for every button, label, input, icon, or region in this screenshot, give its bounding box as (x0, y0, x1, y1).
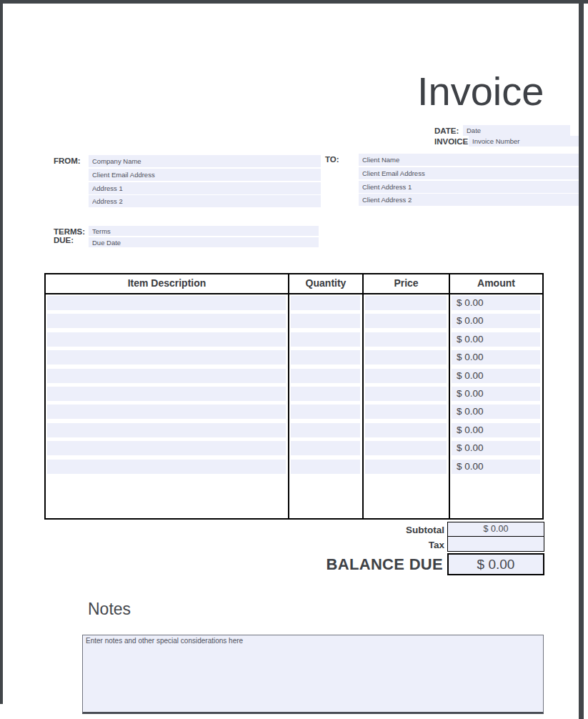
item-row: $ 0.00 (46, 331, 542, 349)
item-description-input[interactable] (47, 369, 286, 383)
price-input[interactable] (365, 296, 447, 310)
page-title: Invoice (417, 71, 544, 112)
invoice-number-input[interactable] (469, 136, 579, 147)
invoice-number-label: INVOICE (434, 137, 468, 146)
price-input[interactable] (365, 332, 447, 347)
price-input[interactable] (365, 387, 447, 401)
from-company-name-input[interactable] (89, 155, 321, 167)
amount-value: $ 0.00 (452, 296, 540, 310)
item-description-input[interactable] (47, 314, 286, 328)
notes-textarea[interactable] (82, 635, 544, 714)
col-header-amount: Amount (449, 274, 542, 293)
price-input[interactable] (365, 314, 447, 328)
item-description-input[interactable] (47, 423, 286, 437)
quantity-input[interactable] (291, 296, 360, 310)
price-input[interactable] (365, 441, 447, 455)
item-row: $ 0.00 (46, 440, 542, 457)
terms-label: TERMS: (54, 227, 85, 236)
subtotal-label: Subtotal (286, 525, 444, 535)
price-input[interactable] (365, 423, 447, 437)
page-border-top (0, 0, 588, 4)
from-address1-input[interactable] (89, 182, 321, 194)
from-label: FROM: (54, 157, 81, 165)
price-input[interactable] (365, 350, 447, 365)
terms-input[interactable] (89, 226, 319, 236)
item-row: $ 0.00 (46, 458, 542, 476)
item-description-input[interactable] (47, 387, 286, 401)
from-email-input[interactable] (89, 169, 321, 181)
item-description-input[interactable] (47, 332, 286, 347)
item-description-input[interactable] (47, 405, 286, 419)
page-border-right (579, 4, 584, 719)
to-email-input[interactable] (359, 167, 579, 179)
from-address2-input[interactable] (89, 195, 321, 207)
price-input[interactable] (365, 405, 447, 419)
price-input[interactable] (365, 460, 447, 474)
quantity-input[interactable] (291, 405, 360, 419)
notes-heading: Notes (88, 600, 131, 619)
amount-value: $ 0.00 (452, 460, 540, 474)
item-row: $ 0.00 (46, 385, 542, 403)
date-input[interactable] (463, 125, 570, 136)
col-header-quantity: Quantity (288, 274, 362, 293)
item-description-input[interactable] (47, 441, 286, 455)
amount-value: $ 0.00 (452, 369, 540, 383)
amount-value: $ 0.00 (452, 332, 540, 347)
item-row: $ 0.00 (46, 349, 542, 367)
quantity-input[interactable] (291, 350, 360, 365)
quantity-input[interactable] (291, 314, 360, 328)
tax-label: Tax (286, 540, 444, 550)
to-label: TO: (325, 155, 339, 164)
quantity-input[interactable] (291, 460, 360, 474)
amount-value: $ 0.00 (452, 387, 540, 401)
item-row: $ 0.00 (46, 403, 542, 421)
to-client-name-input[interactable] (359, 154, 579, 166)
amount-value: $ 0.00 (452, 441, 540, 455)
quantity-input[interactable] (291, 369, 360, 383)
amount-value: $ 0.00 (452, 350, 540, 365)
col-header-item-description: Item Description (46, 274, 288, 293)
quantity-input[interactable] (291, 441, 360, 455)
item-row: $ 0.00 (46, 294, 542, 312)
item-description-input[interactable] (47, 460, 286, 474)
amount-value: $ 0.00 (452, 423, 540, 437)
items-table-header: Item Description Quantity Price Amount (46, 274, 542, 294)
to-address1-input[interactable] (359, 181, 579, 193)
due-label: DUE: (54, 236, 74, 244)
item-row: $ 0.00 (46, 422, 542, 440)
item-description-input[interactable] (47, 350, 286, 365)
due-date-input[interactable] (89, 237, 319, 247)
item-row: $ 0.00 (46, 312, 542, 330)
col-header-price: Price (362, 274, 449, 293)
balance-due-value: $ 0.00 (447, 553, 544, 575)
item-row-empty-space (46, 476, 542, 518)
item-row: $ 0.00 (46, 367, 542, 385)
subtotal-value: $ 0.00 (447, 522, 544, 537)
page-border-left (0, 4, 3, 704)
items-table-body: $ 0.00 $ 0.00 $ 0.00 $ 0.00 (46, 294, 542, 518)
price-input[interactable] (365, 369, 447, 383)
invoice-template-page: Invoice DATE: INVOICE FROM: TO: TERMS: D… (0, 0, 588, 719)
amount-value: $ 0.00 (452, 314, 540, 328)
item-description-input[interactable] (47, 296, 286, 310)
to-address2-input[interactable] (359, 194, 579, 206)
amount-value: $ 0.00 (452, 405, 540, 419)
quantity-input[interactable] (291, 332, 360, 347)
tax-input[interactable] (447, 536, 544, 552)
quantity-input[interactable] (291, 423, 360, 437)
balance-due-label: BALANCE DUE (257, 555, 443, 574)
items-table: Item Description Quantity Price Amount $… (44, 273, 544, 520)
date-label: DATE: (434, 127, 459, 135)
quantity-input[interactable] (291, 387, 360, 401)
